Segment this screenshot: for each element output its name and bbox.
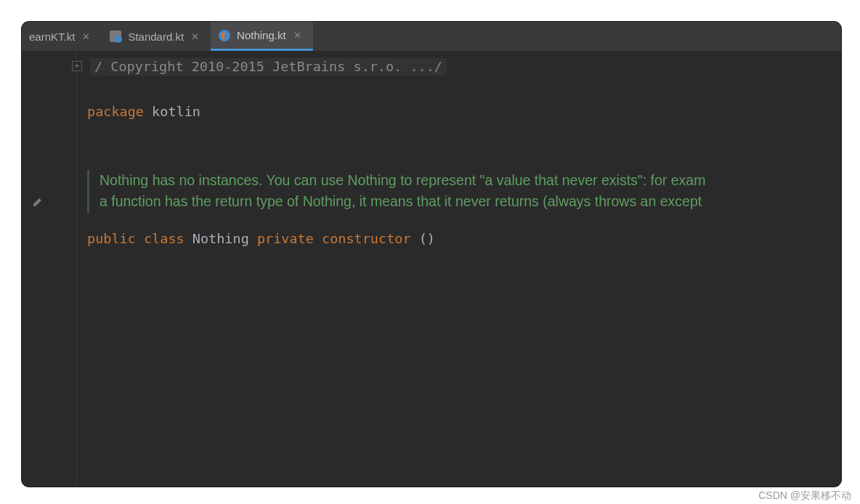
parens: () — [419, 231, 435, 246]
tab-label: Standard.kt — [128, 31, 184, 43]
edit-icon[interactable] — [32, 196, 44, 211]
public-keyword: public — [87, 231, 136, 246]
tab-learnkt[interactable]: earnKT.kt ✕ — [22, 22, 102, 51]
doc-line: Nothing has no instances. You can use No… — [100, 170, 841, 191]
fold-icon[interactable]: + — [72, 61, 82, 71]
package-keyword: package — [87, 104, 144, 119]
doc-comment: Nothing has no instances. You can use No… — [87, 170, 841, 213]
watermark: CSDN @安果移不动 — [758, 489, 851, 503]
code-editor[interactable]: / Copyright 2010-2015 JetBrains s.r.o. .… — [77, 51, 841, 487]
kotlin-file-icon — [218, 29, 231, 42]
package-name: kotlin — [152, 104, 200, 119]
kotlin-file-icon — [109, 30, 122, 43]
class-name: Nothing — [192, 231, 249, 246]
doc-line: a function has the return type of Nothin… — [100, 191, 841, 212]
close-icon[interactable]: ✕ — [190, 30, 200, 44]
class-keyword: class — [144, 231, 184, 246]
tab-nothing[interactable]: Nothing.kt ✕ — [211, 22, 313, 51]
tab-label: earnKT.kt — [29, 31, 75, 43]
private-keyword: private — [257, 231, 314, 246]
constructor-keyword: constructor — [322, 231, 411, 246]
svg-point-2 — [219, 30, 230, 41]
copyright-folded[interactable]: / Copyright 2010-2015 JetBrains s.r.o. .… — [90, 58, 447, 76]
tab-bar: earnKT.kt ✕ Standard.kt ✕ Nothing.kt ✕ — [22, 22, 841, 51]
svg-point-1 — [115, 36, 122, 43]
tab-label: Nothing.kt — [237, 29, 286, 41]
gutter: + — [22, 51, 77, 487]
close-icon[interactable]: ✕ — [292, 28, 303, 42]
tab-standard[interactable]: Standard.kt ✕ — [102, 22, 211, 51]
ide-window: earnKT.kt ✕ Standard.kt ✕ Nothing.kt ✕ — [22, 22, 841, 487]
class-declaration: public class Nothing private constructor… — [87, 230, 841, 248]
editor-area: + / Copyright 2010-2015 JetBrains s.r.o.… — [22, 51, 841, 487]
close-icon[interactable]: ✕ — [81, 30, 92, 44]
